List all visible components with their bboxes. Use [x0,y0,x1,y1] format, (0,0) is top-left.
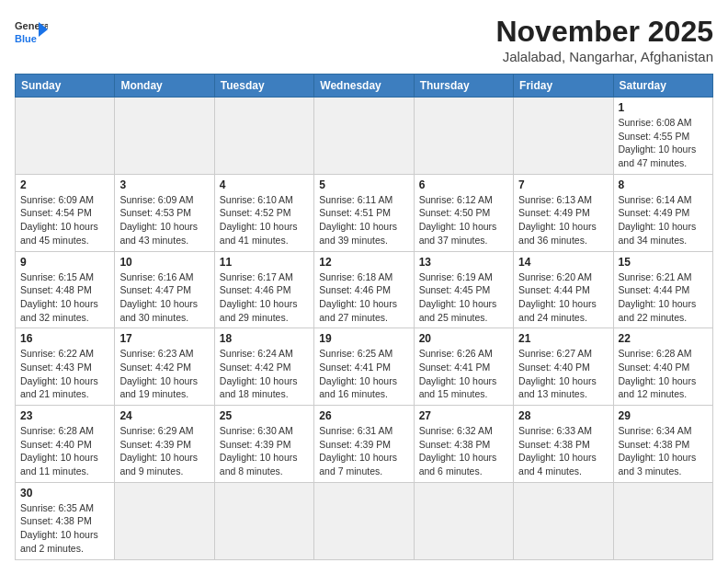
calendar-day-cell: 12Sunrise: 6:18 AM Sunset: 4:46 PM Dayli… [314,251,414,328]
calendar-day-cell [16,98,115,175]
day-number: 15 [619,256,708,269]
day-info: Sunrise: 6:29 AM Sunset: 4:39 PM Dayligh… [119,424,209,478]
day-info: Sunrise: 6:32 AM Sunset: 4:38 PM Dayligh… [419,424,508,478]
day-info: Sunrise: 6:08 AM Sunset: 4:55 PM Dayligh… [619,116,708,170]
page-header: General Blue November 2025 Jalalabad, Na… [15,15,713,64]
weekday-header: Tuesday [214,75,313,98]
day-number: 22 [619,332,708,345]
calendar-day-cell: 15Sunrise: 6:21 AM Sunset: 4:44 PM Dayli… [613,251,712,328]
day-info: Sunrise: 6:19 AM Sunset: 4:45 PM Dayligh… [419,270,508,325]
day-info: Sunrise: 6:27 AM Sunset: 4:40 PM Dayligh… [518,347,608,401]
day-info: Sunrise: 6:16 AM Sunset: 4:47 PM Dayligh… [119,270,209,325]
day-info: Sunrise: 6:09 AM Sunset: 4:53 PM Dayligh… [119,193,209,247]
calendar-day-cell [414,482,513,559]
calendar-day-cell: 22Sunrise: 6:28 AM Sunset: 4:40 PM Dayli… [613,328,712,406]
day-info: Sunrise: 6:26 AM Sunset: 4:41 PM Dayligh… [419,347,508,401]
calendar-day-cell: 3Sunrise: 6:09 AM Sunset: 4:53 PM Daylig… [115,174,214,251]
calendar-day-cell: 28Sunrise: 6:33 AM Sunset: 4:38 PM Dayli… [514,406,613,483]
calendar-week-row: 2Sunrise: 6:09 AM Sunset: 4:54 PM Daylig… [16,174,713,251]
calendar-day-cell [115,482,214,559]
calendar-day-cell: 29Sunrise: 6:34 AM Sunset: 4:38 PM Dayli… [613,406,712,483]
calendar-day-cell [613,482,712,559]
calendar-day-cell: 23Sunrise: 6:28 AM Sunset: 4:40 PM Dayli… [16,406,115,483]
calendar-day-cell: 24Sunrise: 6:29 AM Sunset: 4:39 PM Dayli… [115,406,214,483]
calendar-day-cell: 5Sunrise: 6:11 AM Sunset: 4:51 PM Daylig… [314,174,414,251]
calendar-day-cell [214,98,313,175]
calendar-day-cell [514,482,613,559]
weekday-header: Friday [514,75,613,98]
calendar-day-cell: 19Sunrise: 6:25 AM Sunset: 4:41 PM Dayli… [314,328,414,406]
calendar-day-cell: 4Sunrise: 6:10 AM Sunset: 4:52 PM Daylig… [214,174,313,251]
calendar-day-cell [214,482,313,559]
day-info: Sunrise: 6:24 AM Sunset: 4:42 PM Dayligh… [220,347,309,401]
calendar-day-cell: 18Sunrise: 6:24 AM Sunset: 4:42 PM Dayli… [214,328,313,406]
day-number: 21 [518,332,608,345]
calendar-day-cell: 11Sunrise: 6:17 AM Sunset: 4:46 PM Dayli… [214,251,313,328]
calendar-day-cell: 9Sunrise: 6:15 AM Sunset: 4:48 PM Daylig… [16,251,115,328]
day-info: Sunrise: 6:30 AM Sunset: 4:39 PM Dayligh… [220,424,309,478]
month-title: November 2025 [495,15,713,49]
day-info: Sunrise: 6:17 AM Sunset: 4:46 PM Dayligh… [220,270,309,325]
day-info: Sunrise: 6:10 AM Sunset: 4:52 PM Dayligh… [220,193,309,247]
weekday-header: Sunday [16,75,115,98]
calendar-day-cell: 21Sunrise: 6:27 AM Sunset: 4:40 PM Dayli… [514,328,613,406]
day-number: 16 [20,332,109,345]
calendar-day-cell: 20Sunrise: 6:26 AM Sunset: 4:41 PM Dayli… [414,328,513,406]
day-info: Sunrise: 6:33 AM Sunset: 4:38 PM Dayligh… [518,424,608,478]
day-number: 17 [119,332,209,345]
day-info: Sunrise: 6:09 AM Sunset: 4:54 PM Dayligh… [20,193,109,247]
day-number: 3 [119,178,209,191]
location-title: Jalalabad, Nangarhar, Afghanistan [495,49,713,64]
day-number: 19 [319,332,408,345]
day-number: 1 [619,101,708,114]
calendar-day-cell: 8Sunrise: 6:14 AM Sunset: 4:49 PM Daylig… [613,174,712,251]
calendar-table: SundayMondayTuesdayWednesdayThursdayFrid… [15,74,713,560]
calendar-day-cell [314,482,414,559]
day-number: 18 [220,332,309,345]
day-number: 5 [319,178,408,191]
day-number: 20 [419,332,508,345]
calendar-day-cell: 1Sunrise: 6:08 AM Sunset: 4:55 PM Daylig… [613,98,712,175]
day-number: 25 [220,409,309,422]
logo-icon: General Blue [15,15,48,48]
day-info: Sunrise: 6:28 AM Sunset: 4:40 PM Dayligh… [20,424,109,478]
calendar-week-row: 30Sunrise: 6:35 AM Sunset: 4:38 PM Dayli… [16,482,713,559]
day-number: 27 [419,409,508,422]
day-info: Sunrise: 6:21 AM Sunset: 4:44 PM Dayligh… [619,270,708,325]
weekday-header: Monday [115,75,214,98]
logo: General Blue [15,15,48,48]
weekday-header: Thursday [414,75,513,98]
weekday-header: Wednesday [314,75,414,98]
day-number: 26 [319,409,408,422]
day-info: Sunrise: 6:13 AM Sunset: 4:49 PM Dayligh… [518,193,608,247]
day-info: Sunrise: 6:35 AM Sunset: 4:38 PM Dayligh… [20,501,109,556]
day-info: Sunrise: 6:31 AM Sunset: 4:39 PM Dayligh… [319,424,408,478]
day-number: 8 [619,178,708,191]
day-info: Sunrise: 6:11 AM Sunset: 4:51 PM Dayligh… [319,193,408,247]
day-info: Sunrise: 6:20 AM Sunset: 4:44 PM Dayligh… [518,270,608,325]
day-number: 10 [119,256,209,269]
svg-text:Blue: Blue [15,33,37,44]
day-number: 24 [119,409,209,422]
day-info: Sunrise: 6:18 AM Sunset: 4:46 PM Dayligh… [319,270,408,325]
calendar-day-cell: 30Sunrise: 6:35 AM Sunset: 4:38 PM Dayli… [16,482,115,559]
day-number: 14 [518,256,608,269]
day-number: 6 [419,178,508,191]
day-number: 9 [20,256,109,269]
day-number: 28 [518,409,608,422]
calendar-day-cell: 26Sunrise: 6:31 AM Sunset: 4:39 PM Dayli… [314,406,414,483]
calendar-day-cell: 17Sunrise: 6:23 AM Sunset: 4:42 PM Dayli… [115,328,214,406]
calendar-week-row: 16Sunrise: 6:22 AM Sunset: 4:43 PM Dayli… [16,328,713,406]
day-info: Sunrise: 6:15 AM Sunset: 4:48 PM Dayligh… [20,270,109,325]
calendar-day-cell: 13Sunrise: 6:19 AM Sunset: 4:45 PM Dayli… [414,251,513,328]
day-info: Sunrise: 6:22 AM Sunset: 4:43 PM Dayligh… [20,347,109,401]
calendar-day-cell [115,98,214,175]
calendar-day-cell [414,98,513,175]
day-info: Sunrise: 6:25 AM Sunset: 4:41 PM Dayligh… [319,347,408,401]
weekday-header: Saturday [613,75,712,98]
day-number: 13 [419,256,508,269]
day-info: Sunrise: 6:14 AM Sunset: 4:49 PM Dayligh… [619,193,708,247]
calendar-week-row: 1Sunrise: 6:08 AM Sunset: 4:55 PM Daylig… [16,98,713,175]
calendar-day-cell [314,98,414,175]
day-number: 7 [518,178,608,191]
